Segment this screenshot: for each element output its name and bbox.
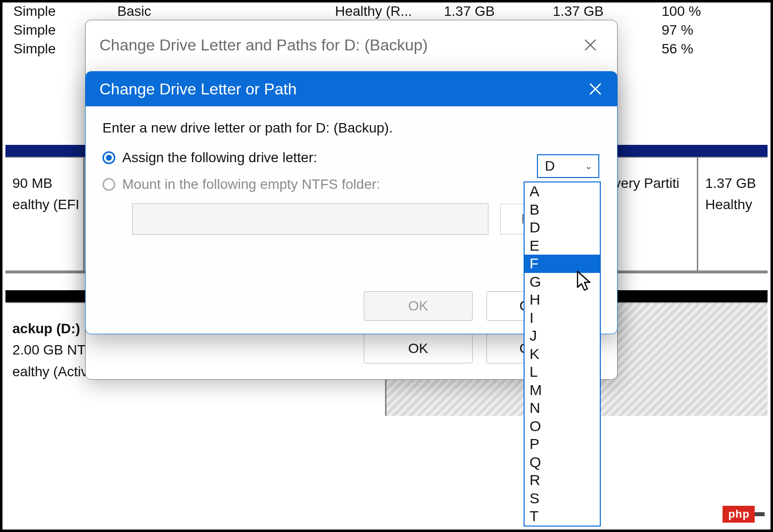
drive-letter-option[interactable]: A <box>525 182 600 201</box>
drive-letter-option[interactable]: I <box>525 309 600 327</box>
cell-free: 1.37 GB <box>553 3 662 19</box>
cell-pct: 100 % <box>662 3 736 19</box>
watermark-suffix <box>755 512 765 516</box>
drive-letter-option[interactable]: L <box>525 363 600 381</box>
drive-letter-option[interactable]: F <box>525 255 600 273</box>
drive-letter-option[interactable]: R <box>525 471 600 489</box>
radio-label: Mount in the following empty NTFS folder… <box>122 177 380 192</box>
ok-button[interactable]: OK <box>364 291 473 321</box>
cell-layout: Basic <box>117 3 335 19</box>
radio-assign-letter[interactable]: Assign the following drive letter: <box>102 150 603 166</box>
radio-icon <box>102 151 115 164</box>
mount-path-input <box>132 203 488 235</box>
button-label: OK <box>408 298 428 314</box>
drive-letter-dropdown[interactable]: ABDEFGHIJKLMNOPQRST <box>524 181 601 527</box>
drive-letter-option[interactable]: N <box>525 399 600 417</box>
ok-button[interactable]: OK <box>364 334 473 363</box>
chevron-down-icon: ⌄ <box>585 161 592 172</box>
dialog-instruction: Enter a new drive letter or path for D: … <box>102 120 603 136</box>
partition-size: 90 MB <box>12 173 74 194</box>
drive-letter-option[interactable]: Q <box>525 453 600 472</box>
partition-state: ealthy (EFI <box>12 194 74 215</box>
cell-pct: 97 % <box>662 22 736 38</box>
partition-state: Healthy <box>705 194 759 215</box>
radio-label: Assign the following drive letter: <box>122 150 317 166</box>
dialog-titlebar[interactable]: Change Drive Letter or Path <box>86 72 617 106</box>
partition-size: 1.37 GB <box>705 173 759 194</box>
drive-letter-option[interactable]: P <box>525 435 600 453</box>
table-row: Simple Basic Healthy (R... 1.37 GB 1.37 … <box>5 2 768 21</box>
watermark: php <box>723 506 765 523</box>
partition[interactable]: 90 MB ealthy (EFI <box>5 158 85 270</box>
drive-letter-option[interactable]: J <box>525 327 600 345</box>
partition[interactable]: 1.37 GB Healthy <box>698 158 768 270</box>
drive-letter-option[interactable]: K <box>525 345 600 363</box>
cell-cap: 1.37 GB <box>444 3 553 19</box>
drive-letter-option[interactable]: D <box>525 219 600 237</box>
cell-pct: 56 % <box>662 41 736 57</box>
cell-status: Healthy (R... <box>335 3 444 19</box>
dialog-title: Change Drive Letter or Path <box>99 80 296 98</box>
drive-letter-option[interactable]: G <box>525 273 600 291</box>
dialog-title: Change Drive Letter and Paths for D: (Ba… <box>99 36 428 54</box>
partition-state: overy Partiti <box>606 173 688 194</box>
drive-letter-option[interactable]: B <box>525 201 600 219</box>
select-value: D <box>545 158 555 174</box>
drive-letter-option[interactable]: O <box>525 417 600 436</box>
close-icon[interactable] <box>582 76 608 102</box>
dialog-titlebar: Change Drive Letter and Paths for D: (Ba… <box>86 20 617 61</box>
drive-letter-option[interactable]: T <box>525 507 600 526</box>
screenshot-stage: Simple Basic Healthy (R... 1.37 GB 1.37 … <box>0 0 773 532</box>
watermark-brand: php <box>723 506 755 523</box>
radio-icon <box>102 178 115 191</box>
drive-letter-select[interactable]: D ⌄ <box>537 154 599 178</box>
drive-letter-option[interactable]: M <box>525 381 600 399</box>
drive-letter-option[interactable]: H <box>525 291 600 309</box>
close-icon[interactable] <box>578 32 603 58</box>
button-label: OK <box>408 341 428 356</box>
drive-letter-option[interactable]: E <box>525 237 600 255</box>
cell-type: Simple <box>13 3 117 19</box>
drive-letter-option[interactable]: S <box>525 489 600 508</box>
